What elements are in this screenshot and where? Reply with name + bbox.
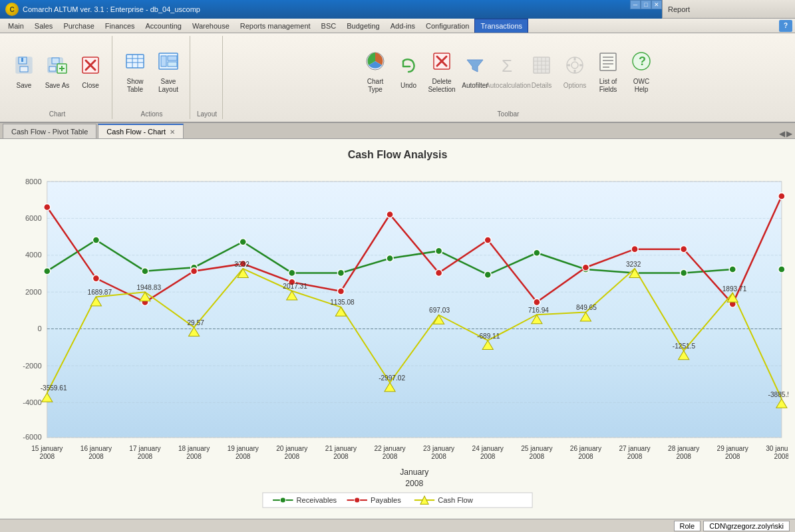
close-button[interactable]: Close	[75, 49, 106, 95]
chart-svg: 8000 6000 4000 2000 0 -2000 -4000 -	[7, 168, 788, 512]
svg-rect-21	[168, 62, 177, 66]
payables-dot	[337, 288, 344, 295]
menu-bsc[interactable]: BSC	[316, 19, 342, 33]
save-button[interactable]: Save	[8, 49, 40, 95]
legend-payables-dot	[355, 497, 360, 503]
menu-sales[interactable]: Sales	[29, 19, 59, 33]
chart-svg-container: 8000 6000 4000 2000 0 -2000 -4000 -	[7, 168, 788, 512]
show-table-button[interactable]: Show Table	[119, 47, 151, 97]
svg-rect-41	[600, 53, 616, 70]
tab-chart-label: Cash Flow - Chart	[106, 128, 166, 136]
actions-group-label: Actions	[141, 108, 163, 118]
menu-warehouse[interactable]: Warehouse	[187, 19, 235, 33]
payables-dot	[484, 237, 491, 243]
toolbar-label: Toolbar	[498, 108, 520, 118]
user-label: CDN\grzegorz.zolyński	[709, 522, 784, 530]
receivables-dot	[729, 266, 736, 273]
svg-rect-5	[52, 58, 59, 64]
options-label: Options	[563, 82, 586, 90]
cf-label-7: -2997.02	[379, 374, 405, 382]
svg-text:4000: 4000	[25, 251, 42, 259]
receivables-dot	[337, 269, 344, 276]
svg-text:-2000: -2000	[23, 362, 41, 370]
undo-button[interactable]: Undo	[393, 49, 424, 95]
tabs-bar: Cash Flow - Pivot Table Cash Flow - Char…	[0, 123, 795, 139]
options-button[interactable]: Options	[559, 49, 591, 95]
x-label-8b: 2008	[431, 453, 446, 460]
menu-main[interactable]: Main	[3, 19, 29, 33]
cf-label-13: -1251.5	[673, 342, 696, 350]
legend-receivables-dot	[280, 497, 285, 503]
receivables-dot	[387, 255, 393, 261]
menu-bar: Main Sales Purchase Finances Accounting …	[0, 19, 795, 33]
payables-dot	[631, 246, 638, 253]
restore-button[interactable]: □	[641, 0, 651, 9]
chart-title: Cash Flow Analysis	[7, 149, 788, 161]
tabs-nav[interactable]: ◀ ▶	[779, 129, 792, 138]
close-window-button[interactable]: ✕	[651, 0, 662, 9]
cf-label-5: 2017.31	[283, 283, 307, 290]
toolbar-actions-group: Show Table Save Layout Actions	[114, 36, 190, 119]
payables-dot	[92, 275, 99, 282]
menu-addins[interactable]: Add-ins	[385, 19, 420, 33]
tab-nav-prev[interactable]: ◀	[779, 129, 785, 138]
menu-purchase[interactable]: Purchase	[58, 19, 99, 33]
x-label-3: 18 january	[178, 445, 210, 452]
cf-label-10: 716.94	[528, 307, 549, 314]
details-icon	[531, 55, 552, 79]
chart-type-label: Chart Type	[361, 78, 389, 94]
save-layout-button[interactable]: Save Layout	[152, 47, 184, 97]
x-month-label: January	[400, 467, 429, 477]
tab-pivot[interactable]: Cash Flow - Pivot Table	[3, 124, 96, 138]
tab-chart[interactable]: Cash Flow - Chart ✕	[98, 124, 184, 138]
x-label-1b: 2008	[88, 453, 104, 460]
x-label-4b: 2008	[236, 453, 251, 460]
save-layout-label: Save Layout	[154, 78, 182, 94]
x-label-14: 29 january	[717, 445, 749, 452]
x-label-13b: 2008	[676, 453, 691, 460]
x-label-1: 16 january	[80, 445, 112, 452]
autocalculation-label: Autocalculation	[486, 82, 531, 90]
x-label-2b: 2008	[138, 453, 153, 460]
svg-text:-6000: -6000	[23, 433, 41, 441]
help-button[interactable]: ?	[779, 20, 792, 32]
app-title: Comarch ALTUM ver. 3.1 : Enterprise - db…	[23, 5, 200, 13]
role-label: Role	[680, 522, 695, 530]
x-label-13: 28 january	[668, 445, 700, 452]
owc-help-button[interactable]: ? OWC Help	[625, 47, 657, 97]
menu-accounting[interactable]: Accounting	[140, 19, 187, 33]
x-label-7: 22 january	[374, 445, 406, 452]
minimize-button[interactable]: ─	[630, 0, 641, 9]
receivables-dot	[436, 247, 442, 254]
chart-type-button[interactable]: Chart Type	[359, 47, 391, 97]
receivables-dot	[681, 269, 687, 276]
save-as-button[interactable]: Save As	[41, 49, 73, 95]
menu-budgeting[interactable]: Budgeting	[341, 19, 385, 33]
status-bar: Role CDN\grzegorz.zolyński	[0, 519, 795, 532]
options-icon	[564, 55, 585, 79]
x-label-10b: 2008	[530, 453, 545, 460]
payables-dot	[778, 193, 785, 200]
autocalculation-button[interactable]: Σ Autocalculation	[492, 49, 524, 95]
menu-configuration[interactable]: Configuration	[420, 19, 474, 33]
delete-selection-button[interactable]: Delete Selection	[426, 47, 458, 97]
menu-finances[interactable]: Finances	[100, 19, 140, 33]
chart-container: Cash Flow Analysis	[0, 139, 795, 519]
close-label: Close	[82, 82, 99, 90]
list-of-fields-button[interactable]: List of Fields	[592, 47, 624, 97]
chart-area: 8000 6000 4000 2000 0 -2000 -4000 -	[7, 168, 788, 512]
menu-transactions[interactable]: Transactions	[474, 19, 528, 33]
menu-reports[interactable]: Reports management	[235, 19, 316, 33]
receivables-dot	[142, 268, 148, 275]
x-label-4: 19 january	[228, 445, 259, 452]
cf-label-3: 29.57	[187, 319, 204, 327]
undo-label: Undo	[400, 82, 416, 90]
save-label: Save	[17, 82, 32, 90]
app-icon: C	[5, 3, 19, 16]
details-button[interactable]: Details	[526, 49, 557, 95]
legend-receivables-label: Receivables	[297, 496, 337, 504]
tab-chart-close[interactable]: ✕	[170, 128, 175, 136]
tab-nav-next[interactable]: ▶	[786, 129, 792, 138]
toolbar-main-group: Chart Type Undo Delete Selection Autofil…	[224, 36, 792, 119]
receivables-dot	[289, 269, 295, 276]
